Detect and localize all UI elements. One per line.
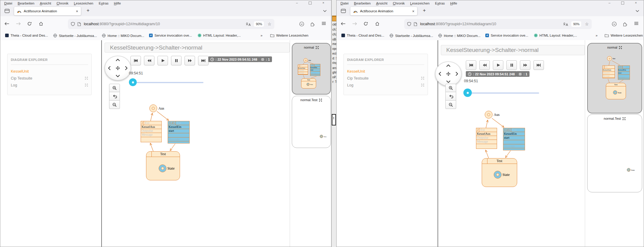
skip-to-end-button[interactable]: [533, 60, 544, 70]
timeline-slider-knob[interactable]: [463, 89, 472, 97]
thumbnail-normal[interactable]: normal Aus 2Ext KesselAus Outpulse Messa…: [587, 43, 642, 113]
zoom-level-badge[interactable]: 90%: [571, 21, 581, 27]
pan-left-icon[interactable]: [439, 72, 441, 76]
tab-close-icon[interactable]: ×: [412, 9, 414, 13]
skip-to-start-button[interactable]: [130, 56, 141, 65]
tab-actifsource[interactable]: Actifsource Animation ×: [350, 7, 417, 15]
node-aus-circle[interactable]: [485, 111, 493, 119]
menu-lesezeichen[interactable]: Lesezeichen: [71, 1, 96, 5]
timeline-slider-knob[interactable]: [129, 78, 137, 86]
pan-right-icon[interactable]: [125, 66, 127, 70]
hamburger-menu-icon[interactable]: [634, 22, 639, 25]
explorer-item-cip-testsuite[interactable]: Cip Testsuite: [8, 75, 91, 82]
menu-datei[interactable]: Datei: [338, 1, 351, 5]
menu-extras[interactable]: Extras: [96, 1, 111, 5]
explorer-item-kesselunit[interactable]: KesselUnit: [344, 68, 428, 75]
shield-icon[interactable]: [71, 22, 75, 26]
bookmark-html-layout[interactable]: HTML Layout: Header,...: [534, 34, 577, 37]
back-icon[interactable]: [5, 22, 9, 26]
node-aus-circle[interactable]: [149, 104, 157, 112]
bookmark-theia[interactable]: Theia - Cloud and Des...: [341, 34, 384, 37]
reload-icon[interactable]: [364, 22, 368, 26]
bookmark-service-invocation[interactable]: d Service invocation ove...: [485, 34, 528, 37]
timeline-track[interactable]: [468, 92, 539, 94]
node-kesselaus[interactable]: 2Ext KesselAus Outpulse Message: [476, 128, 497, 149]
skip-to-start-button[interactable]: [466, 60, 476, 70]
fast-forward-button[interactable]: [520, 60, 530, 70]
zoom-in-button[interactable]: [109, 84, 120, 92]
thumbnail-normal-test[interactable]: normal.Test State: [292, 96, 331, 148]
maximize-button[interactable]: [304, 0, 317, 5]
zoom-level-badge[interactable]: 90%: [254, 21, 264, 27]
explorer-item-kesselunit[interactable]: KesselUnit: [8, 68, 91, 75]
bookmark-star-icon[interactable]: ☆: [585, 22, 589, 26]
forward-icon[interactable]: [352, 22, 357, 26]
expand-icon[interactable]: [319, 98, 322, 102]
play-button[interactable]: [493, 60, 503, 70]
menu-datei[interactable]: Datei: [2, 1, 15, 5]
more-bookmarks-folder[interactable]: Weitere Lesezeichen: [605, 34, 643, 37]
pause-button[interactable]: [506, 60, 517, 70]
bookmark-miko[interactable]: Home :: MIKO Docum...: [102, 34, 144, 38]
thumbnail-normal[interactable]: normal Aus 2Ext KesselAus Outpulse Messa…: [292, 43, 331, 95]
rewind-button[interactable]: [479, 60, 490, 70]
tab-close-icon[interactable]: ×: [76, 9, 78, 13]
page-info-icon[interactable]: [414, 22, 417, 26]
bookmark-miko[interactable]: Home :: MIKO Docum...: [438, 34, 481, 38]
pan-down-icon[interactable]: [446, 80, 450, 83]
menu-chronik[interactable]: Chronik: [390, 1, 407, 5]
close-window-button[interactable]: ×: [317, 0, 330, 5]
pan-down-icon[interactable]: [116, 75, 120, 77]
translate-icon[interactable]: [563, 22, 568, 26]
bookmark-startseite[interactable]: Startseite - Jubiläumsa...: [53, 34, 97, 38]
pan-left-icon[interactable]: [108, 66, 111, 70]
bookmarks-overflow-chevron-icon[interactable]: »: [261, 34, 262, 37]
page-info-icon[interactable]: [78, 22, 81, 26]
explorer-item-log[interactable]: Log: [344, 82, 428, 89]
skip-to-end-button[interactable]: [198, 56, 209, 65]
menu-hilfe[interactable]: Hilfe: [447, 1, 460, 5]
expand-icon[interactable]: [85, 83, 88, 87]
bookmark-star-icon[interactable]: ☆: [267, 22, 271, 26]
hamburger-menu-icon[interactable]: [322, 22, 326, 25]
expand-icon[interactable]: [421, 77, 424, 80]
zoom-out-button[interactable]: [109, 101, 120, 109]
tab-actifsource[interactable]: Actifsource Animation ×: [14, 7, 81, 15]
translate-icon[interactable]: [246, 22, 251, 26]
menu-extras[interactable]: Extras: [432, 1, 447, 5]
pan-right-icon[interactable]: [456, 72, 458, 76]
bookmark-startseite[interactable]: Startseite - Jubiläumsa...: [389, 34, 433, 38]
list-tabs-chevron-icon[interactable]: [323, 10, 327, 12]
expand-icon[interactable]: [622, 117, 626, 120]
thumbnail-normal-test[interactable]: normal.Test State: [587, 114, 642, 192]
menu-hilfe[interactable]: Hilfe: [111, 1, 124, 5]
bookmarks-overflow-chevron-icon[interactable]: »: [596, 34, 597, 37]
new-tab-button[interactable]: +: [423, 8, 426, 14]
node-kesselein[interactable]: 1145Ext KesselEin start Message: [168, 121, 190, 143]
menu-ansicht[interactable]: Ansicht: [37, 1, 54, 5]
zoom-out-button[interactable]: [445, 101, 456, 109]
pocket-icon[interactable]: [612, 22, 617, 26]
explorer-item-log[interactable]: Log: [8, 82, 91, 89]
pause-button[interactable]: [171, 56, 182, 65]
bookmark-html-layout[interactable]: HTML Layout: Header,...: [198, 34, 241, 37]
reset-view-button[interactable]: [109, 92, 120, 101]
play-button[interactable]: [157, 56, 168, 65]
extensions-puzzle-icon[interactable]: [310, 22, 315, 26]
more-bookmarks-folder[interactable]: Weitere Lesezeichen: [270, 34, 308, 37]
menu-bearbeiten[interactable]: Bearbeiten: [351, 1, 374, 5]
forward-icon[interactable]: [16, 22, 21, 26]
bookmark-theia[interactable]: Theia - Cloud and Des...: [5, 34, 48, 37]
center-view-icon[interactable]: [446, 71, 451, 76]
extensions-puzzle-icon[interactable]: [623, 22, 627, 26]
minimize-button[interactable]: –: [290, 0, 304, 5]
minimize-button[interactable]: –: [603, 0, 616, 5]
menu-bearbeiten[interactable]: Bearbeiten: [15, 1, 37, 5]
back-icon[interactable]: [341, 22, 346, 26]
pocket-icon[interactable]: [299, 22, 304, 26]
menu-ansicht[interactable]: Ansicht: [374, 1, 390, 5]
url-bar[interactable]: localhost:8080/?groupid=12#/multidiagram…: [404, 19, 592, 29]
bookmark-service-invocation[interactable]: d Service invocation ove...: [149, 34, 192, 37]
firefox-view-icon[interactable]: [341, 9, 346, 13]
menu-chronik[interactable]: Chronik: [54, 1, 71, 5]
